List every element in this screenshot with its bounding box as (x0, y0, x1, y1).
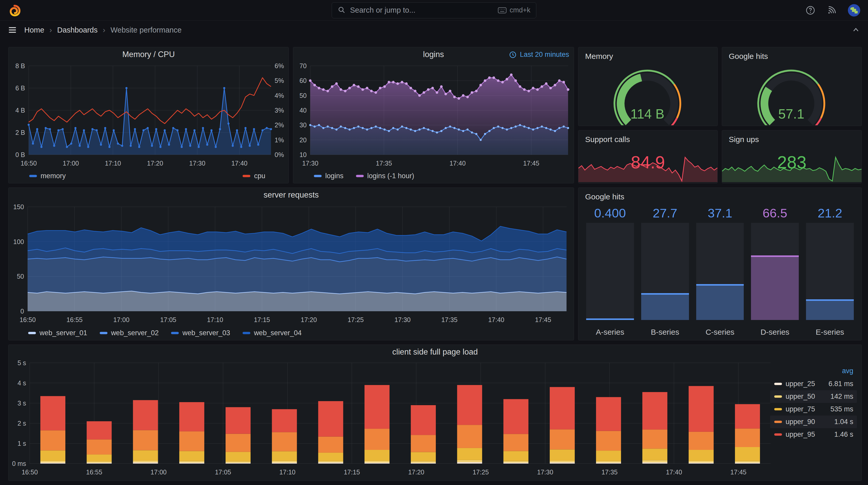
bar-gauge-track (586, 223, 634, 320)
search-icon (338, 6, 345, 15)
top-nav: Search or jump to... cmd+k (0, 0, 868, 21)
svg-text:17:30: 17:30 (395, 316, 411, 323)
bar-gauge-B-series[interactable]: 27.7B-series (641, 205, 689, 336)
svg-text:8 B: 8 B (15, 62, 25, 69)
help-icon[interactable] (805, 5, 815, 15)
panel-title[interactable]: Sign ups (729, 135, 759, 144)
panel-title[interactable]: server requests (8, 188, 574, 202)
memory-gauge: 114 B (579, 61, 717, 125)
svg-text:17:10: 17:10 (279, 468, 296, 476)
svg-text:17:40: 17:40 (488, 316, 504, 323)
svg-text:3%: 3% (275, 107, 284, 114)
legend-item-upper_50[interactable]: upper_50142 ms (770, 390, 857, 403)
svg-text:10: 10 (300, 151, 307, 158)
legend-item-cpu[interactable]: cpu (243, 172, 265, 180)
bar-gauge-label: B-series (641, 320, 689, 336)
svg-text:17:35: 17:35 (441, 316, 458, 323)
legend-avg-value: 1.04 s (834, 418, 853, 426)
news-rss-icon[interactable] (827, 5, 836, 15)
legend-item-web_server_04[interactable]: web_server_04 (243, 329, 302, 337)
svg-text:17:15: 17:15 (344, 468, 360, 476)
svg-text:17:45: 17:45 (730, 468, 747, 476)
legend-label: upper_90 (785, 418, 815, 426)
panel-title[interactable]: Support calls (585, 135, 630, 144)
svg-text:4 B: 4 B (15, 107, 25, 114)
svg-text:0%: 0% (275, 151, 284, 158)
bar-gauge-value: 21.2 (806, 205, 854, 221)
svg-text:16:50: 16:50 (22, 468, 38, 476)
panel-title[interactable]: client side full page load (8, 345, 862, 359)
svg-text:57.1: 57.1 (778, 106, 804, 121)
legend-swatch (774, 408, 782, 410)
bar-gauge-A-series[interactable]: 0.400A-series (586, 205, 634, 336)
legend-item-logins[interactable]: logins (314, 172, 344, 180)
legend-item-upper_90[interactable]: upper_901.04 s (770, 416, 857, 428)
svg-text:0: 0 (21, 308, 24, 315)
svg-text:70: 70 (300, 62, 307, 69)
panel-title[interactable]: Memory (585, 52, 613, 61)
svg-text:4 s: 4 s (18, 379, 26, 387)
breadcrumb-separator: › (103, 26, 105, 34)
legend-item-web_server_03[interactable]: web_server_03 (171, 329, 230, 337)
legend-item-web_server_01[interactable]: web_server_01 (28, 329, 87, 337)
legend-item-logins-1-hour[interactable]: logins (-1 hour) (356, 172, 414, 180)
svg-text:16:55: 16:55 (66, 316, 83, 323)
legend-avg-value: 142 ms (830, 392, 853, 400)
server-requests-chart[interactable]: 15010050016:5016:5517:0017:0517:1017:151… (8, 202, 574, 326)
bar-gauge-value: 66.5 (751, 205, 799, 221)
svg-text:20: 20 (300, 136, 307, 143)
panel-title[interactable]: Memory / CPU (8, 47, 288, 62)
memory-cpu-chart[interactable]: 8 B6 B4 B2 B0 B6%5%4%3%2%1%0%16:5017:001… (8, 62, 288, 169)
legend-item-memory[interactable]: memory (29, 172, 66, 180)
svg-text:5 s: 5 s (18, 359, 26, 366)
bar-gauge-track (696, 223, 744, 320)
bar-gauge-C-series[interactable]: 37.1C-series (696, 205, 744, 336)
svg-text:2 s: 2 s (18, 420, 26, 427)
breadcrumb-dashboards[interactable]: Dashboards (57, 26, 97, 34)
legend-item-upper_95[interactable]: upper_951.46 s (770, 428, 857, 441)
breadcrumb-home[interactable]: Home (24, 26, 44, 34)
panel-gauge-memory: Memory 114 B (578, 47, 718, 126)
legend-label: logins (-1 hour) (367, 172, 414, 180)
svg-text:17:20: 17:20 (301, 316, 317, 323)
legend-swatch (774, 433, 782, 436)
logins-chart[interactable]: 7060504030201017:3017:3517:4017:45 (293, 62, 574, 169)
svg-text:17:25: 17:25 (347, 316, 364, 323)
svg-text:40: 40 (300, 107, 307, 114)
svg-text:17:20: 17:20 (147, 160, 163, 167)
svg-text:114 B: 114 B (630, 106, 664, 121)
legend-label: web_server_02 (111, 329, 159, 337)
breadcrumb-bar: Home › Dashboards › Website performance (0, 21, 868, 39)
legend-swatch (356, 175, 364, 177)
svg-text:17:30: 17:30 (189, 160, 206, 167)
legend-label: logins (325, 172, 344, 180)
panel-title[interactable]: Google hits (729, 52, 768, 61)
bar-gauge-E-series[interactable]: 21.2E-series (806, 205, 854, 336)
svg-text:17:30: 17:30 (537, 468, 553, 476)
legend-item-web_server_02[interactable]: web_server_02 (100, 329, 159, 337)
svg-text:6 B: 6 B (15, 85, 25, 92)
svg-text:17:00: 17:00 (63, 160, 79, 167)
client-page-load-chart[interactable]: 5 s4 s3 s2 s1 s0 ms16:5016:5517:0017:051… (8, 359, 862, 480)
svg-text:17:05: 17:05 (160, 316, 177, 323)
menu-icon[interactable] (8, 25, 17, 35)
legend-avg-header[interactable]: avg (770, 365, 857, 378)
svg-text:17:00: 17:00 (150, 468, 167, 476)
avatar[interactable] (848, 4, 860, 17)
legend-swatch (774, 383, 782, 385)
stat-value: 283 (722, 152, 862, 172)
legend-swatch (243, 332, 250, 334)
legend-item-upper_25[interactable]: upper_256.81 ms (770, 378, 857, 390)
bar-gauge-value: 37.1 (696, 205, 744, 221)
legend-label: upper_75 (785, 405, 815, 413)
grafana-logo[interactable] (8, 4, 21, 17)
svg-text:17:35: 17:35 (601, 468, 618, 476)
panel-gauge-google-hits: Google hits 57.1 (722, 47, 862, 126)
time-range-picker[interactable]: Last 20 minutes (509, 51, 569, 59)
panel-title[interactable]: Google hits (585, 192, 624, 201)
bar-gauge-D-series[interactable]: 66.5D-series (751, 205, 799, 336)
bar-gauge-label: E-series (806, 320, 854, 336)
search-input[interactable]: Search or jump to... cmd+k (332, 2, 536, 18)
legend-item-upper_75[interactable]: upper_75535 ms (770, 403, 857, 416)
chevron-up-icon[interactable] (851, 26, 860, 34)
